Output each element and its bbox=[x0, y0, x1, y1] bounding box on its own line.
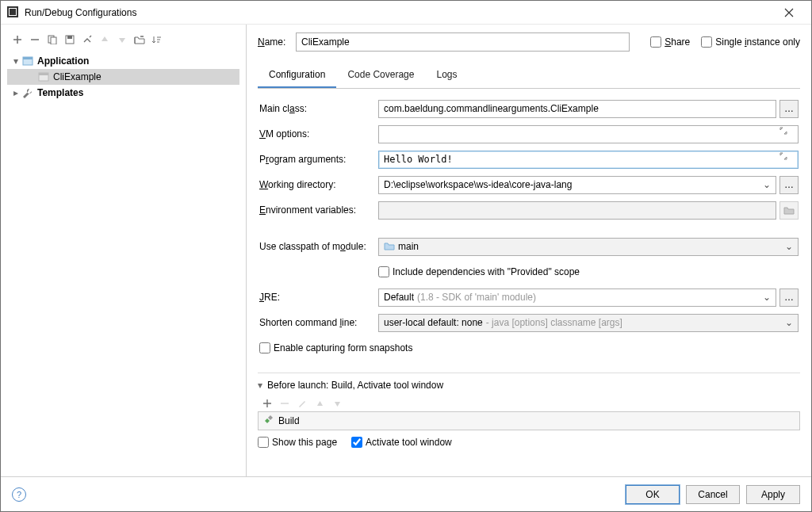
chevron-down-icon: ▾ bbox=[10, 55, 21, 67]
main-class-input[interactable] bbox=[378, 100, 776, 118]
program-args-label: Program arguments: bbox=[259, 154, 378, 165]
remove-task-button[interactable] bbox=[278, 397, 291, 410]
tree-node-cliexample[interactable]: CliExample bbox=[7, 69, 239, 85]
classpath-value: main bbox=[398, 241, 419, 252]
browse-env-button[interactable] bbox=[779, 201, 799, 220]
shorten-value: user-local default: none bbox=[384, 317, 483, 328]
tree-label: CliExample bbox=[53, 71, 102, 82]
move-up-button[interactable] bbox=[98, 32, 112, 47]
svg-rect-4 bbox=[51, 37, 56, 44]
chevron-right-icon: ▸ bbox=[10, 87, 21, 98]
enable-capture-checkbox[interactable]: Enable capturing form snapshots bbox=[259, 342, 412, 353]
program-args-input[interactable] bbox=[378, 151, 799, 169]
svg-rect-6 bbox=[67, 36, 72, 39]
copy-config-button[interactable] bbox=[45, 32, 59, 47]
sort-button[interactable] bbox=[150, 32, 164, 47]
add-task-button[interactable] bbox=[261, 397, 274, 410]
settings-button[interactable] bbox=[80, 32, 94, 47]
build-task-label: Build bbox=[278, 415, 300, 426]
share-checkbox[interactable]: Share bbox=[650, 36, 690, 48]
tab-configuration[interactable]: Configuration bbox=[258, 63, 336, 88]
remove-config-button[interactable] bbox=[28, 32, 42, 47]
activate-tool-window-checkbox[interactable]: Activate tool window bbox=[351, 437, 452, 448]
sidebar-toolbar bbox=[4, 31, 243, 53]
tab-coverage[interactable]: Code Coverage bbox=[336, 63, 425, 88]
classpath-combo[interactable]: main ⌄ bbox=[378, 238, 799, 256]
help-button[interactable]: ? bbox=[12, 487, 26, 502]
shorten-hint: - java [options] classname [args] bbox=[486, 317, 622, 328]
show-page-checkbox[interactable]: Show this page bbox=[258, 437, 337, 448]
expand-icon[interactable] bbox=[779, 126, 795, 142]
jre-value: Default bbox=[384, 292, 414, 303]
working-dir-input[interactable]: D:\eclipse\workspace\ws-idea\core-java-l… bbox=[378, 176, 776, 194]
before-launch-section: ▾ Before launch: Build, Activate tool wi… bbox=[258, 373, 800, 448]
build-task-item[interactable]: Build bbox=[259, 412, 799, 430]
env-vars-label: Environment variables: bbox=[259, 204, 378, 216]
browse-main-class-button[interactable]: … bbox=[779, 100, 799, 118]
apply-button[interactable]: Apply bbox=[746, 485, 800, 504]
before-launch-header[interactable]: ▾ Before launch: Build, Activate tool wi… bbox=[258, 380, 800, 391]
titlebar: Run/Debug Configurations bbox=[1, 1, 811, 25]
include-provided-checkbox[interactable]: Include dependencies with "Provided" sco… bbox=[378, 266, 580, 277]
working-dir-label: Working directory: bbox=[259, 179, 378, 190]
working-dir-value: D:\eclipse\workspace\ws-idea\core-java-l… bbox=[384, 179, 572, 190]
edit-task-button[interactable] bbox=[296, 397, 308, 410]
run-configurations-dialog: Run/Debug Configurations ▾ A bbox=[0, 0, 812, 512]
share-group: Share Single instance only bbox=[650, 36, 800, 48]
window-title: Run/Debug Configurations bbox=[25, 7, 773, 18]
jre-combo[interactable]: Default (1.8 - SDK of 'main' module) ⌄ bbox=[378, 288, 776, 307]
module-icon bbox=[384, 241, 395, 253]
chevron-down-icon: ⌄ bbox=[763, 179, 771, 190]
tree-node-application[interactable]: ▾ Application bbox=[7, 53, 239, 69]
name-input[interactable] bbox=[296, 32, 630, 52]
move-task-up-button[interactable] bbox=[313, 397, 326, 410]
svg-rect-10 bbox=[39, 73, 48, 75]
svg-rect-8 bbox=[23, 57, 33, 59]
shorten-combo[interactable]: user-local default: none - java [options… bbox=[378, 314, 799, 332]
close-button[interactable] bbox=[773, 2, 805, 24]
expand-icon[interactable] bbox=[779, 151, 795, 167]
shorten-label: Shorten command line: bbox=[259, 317, 378, 328]
tree-label: Application bbox=[37, 55, 89, 67]
tab-logs[interactable]: Logs bbox=[425, 63, 468, 88]
vm-options-input[interactable] bbox=[378, 125, 799, 143]
env-vars-input[interactable] bbox=[378, 201, 776, 220]
vm-options-label: VM options: bbox=[259, 128, 378, 139]
dialog-content: ▾ Application CliExample ▸ Templates Nam… bbox=[1, 25, 811, 476]
tabs: Configuration Code Coverage Logs bbox=[258, 63, 800, 89]
run-config-icon bbox=[37, 71, 50, 83]
dialog-footer: ? OK Cancel Apply bbox=[1, 476, 811, 511]
before-launch-title: Before launch: Build, Activate tool wind… bbox=[267, 380, 443, 391]
chevron-down-icon: ▾ bbox=[258, 380, 262, 391]
move-down-button[interactable] bbox=[115, 32, 129, 47]
chevron-down-icon: ⌄ bbox=[785, 241, 793, 252]
tree-node-templates[interactable]: ▸ Templates bbox=[7, 85, 239, 101]
hammer-icon bbox=[263, 415, 274, 427]
before-launch-toolbar bbox=[258, 395, 800, 411]
chevron-down-icon: ⌄ bbox=[763, 292, 771, 303]
classpath-label: Use classpath of module: bbox=[259, 241, 378, 252]
jre-label: JRE: bbox=[259, 292, 378, 303]
wrench-icon bbox=[21, 86, 34, 99]
app-icon bbox=[7, 6, 20, 19]
sidebar: ▾ Application CliExample ▸ Templates bbox=[1, 25, 247, 476]
save-config-button[interactable] bbox=[63, 32, 77, 47]
application-icon bbox=[21, 55, 34, 67]
ok-button[interactable]: OK bbox=[626, 485, 680, 504]
jre-hint: (1.8 - SDK of 'main' module) bbox=[417, 292, 536, 303]
name-label: Name: bbox=[258, 36, 289, 48]
browse-jre-button[interactable]: … bbox=[779, 288, 799, 307]
move-task-down-button[interactable] bbox=[331, 397, 343, 410]
main-panel: Name: Share Single instance only Configu… bbox=[247, 25, 811, 476]
name-row: Name: Share Single instance only bbox=[258, 32, 800, 52]
svg-rect-2 bbox=[10, 9, 16, 15]
tree-label: Templates bbox=[37, 87, 83, 98]
cancel-button[interactable]: Cancel bbox=[686, 485, 740, 504]
chevron-down-icon: ⌄ bbox=[785, 317, 793, 328]
config-tree: ▾ Application CliExample ▸ Templates bbox=[4, 53, 243, 470]
folder-button[interactable] bbox=[132, 32, 147, 47]
add-config-button[interactable] bbox=[10, 32, 25, 47]
single-instance-checkbox[interactable]: Single instance only bbox=[701, 36, 800, 48]
before-launch-list: Build bbox=[258, 411, 800, 430]
browse-working-dir-button[interactable]: … bbox=[779, 176, 799, 194]
